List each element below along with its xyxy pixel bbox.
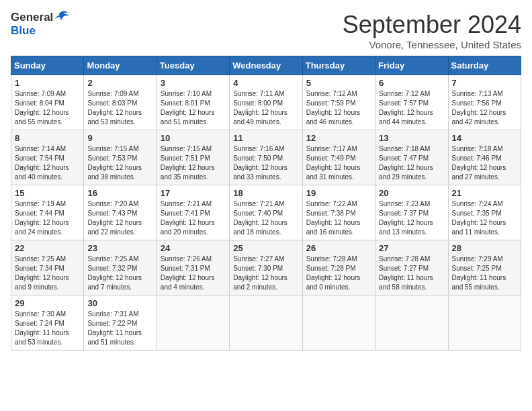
- calendar-week-row: 1Sunrise: 7:09 AMSunset: 8:04 PMDaylight…: [11, 75, 521, 130]
- day-info: Sunrise: 7:21 AMSunset: 7:41 PMDaylight:…: [161, 199, 226, 237]
- calendar-cell: 1Sunrise: 7:09 AMSunset: 8:04 PMDaylight…: [11, 75, 84, 130]
- day-info: Sunrise: 7:15 AMSunset: 7:51 PMDaylight:…: [161, 144, 226, 182]
- day-number: 21: [452, 188, 517, 198]
- logo-bird-icon: [54, 11, 69, 24]
- calendar-cell: 28Sunrise: 7:29 AMSunset: 7:25 PMDayligh…: [448, 240, 521, 295]
- day-info: Sunrise: 7:14 AMSunset: 7:54 PMDaylight:…: [15, 144, 80, 182]
- month-title: September 2024: [343, 11, 521, 39]
- calendar-week-row: 8Sunrise: 7:14 AMSunset: 7:54 PMDaylight…: [11, 130, 521, 185]
- calendar-cell: 21Sunrise: 7:24 AMSunset: 7:35 PMDayligh…: [448, 185, 521, 240]
- day-number: 19: [306, 188, 371, 198]
- day-number: 9: [87, 133, 152, 143]
- day-info: Sunrise: 7:25 AMSunset: 7:32 PMDaylight:…: [87, 255, 152, 292]
- calendar-cell: 7Sunrise: 7:13 AMSunset: 7:56 PMDaylight…: [448, 75, 521, 130]
- weekday-header-sunday: Sunday: [11, 56, 84, 75]
- day-info: Sunrise: 7:10 AMSunset: 8:01 PMDaylight:…: [161, 89, 226, 127]
- day-number: 20: [379, 188, 444, 198]
- day-info: Sunrise: 7:17 AMSunset: 7:49 PMDaylight:…: [306, 144, 371, 182]
- day-info: Sunrise: 7:09 AMSunset: 8:03 PMDaylight:…: [87, 89, 152, 127]
- day-number: 13: [379, 133, 444, 143]
- title-area: September 2024 Vonore, Tennessee, United…: [343, 11, 521, 50]
- logo-general-text: General: [11, 11, 53, 24]
- day-number: 8: [15, 133, 80, 143]
- day-number: 11: [233, 133, 298, 143]
- day-info: Sunrise: 7:28 AMSunset: 7:28 PMDaylight:…: [306, 255, 371, 292]
- day-info: Sunrise: 7:27 AMSunset: 7:30 PMDaylight:…: [233, 255, 298, 292]
- calendar-cell: 29Sunrise: 7:30 AMSunset: 7:24 PMDayligh…: [11, 295, 84, 351]
- calendar-cell: 9Sunrise: 7:15 AMSunset: 7:53 PMDaylight…: [84, 130, 157, 185]
- day-number: 12: [306, 133, 371, 143]
- calendar-cell: [448, 295, 521, 351]
- day-info: Sunrise: 7:31 AMSunset: 7:22 PMDaylight:…: [87, 310, 152, 347]
- header: General Blue September 2024 Vonore, Tenn…: [11, 11, 521, 50]
- day-number: 28: [452, 243, 517, 253]
- calendar-week-row: 29Sunrise: 7:30 AMSunset: 7:24 PMDayligh…: [11, 295, 521, 351]
- day-number: 27: [379, 243, 444, 253]
- calendar-cell: [230, 295, 302, 351]
- day-info: Sunrise: 7:23 AMSunset: 7:37 PMDaylight:…: [379, 199, 444, 237]
- calendar-cell: 26Sunrise: 7:28 AMSunset: 7:28 PMDayligh…: [302, 240, 375, 295]
- day-info: Sunrise: 7:18 AMSunset: 7:47 PMDaylight:…: [379, 144, 444, 182]
- day-number: 4: [233, 78, 298, 88]
- day-number: 29: [15, 298, 80, 308]
- day-info: Sunrise: 7:24 AMSunset: 7:35 PMDaylight:…: [452, 199, 517, 237]
- calendar-cell: 11Sunrise: 7:16 AMSunset: 7:50 PMDayligh…: [230, 130, 302, 185]
- day-number: 16: [87, 188, 152, 198]
- day-number: 25: [233, 243, 298, 253]
- day-number: 30: [87, 298, 152, 308]
- day-number: 15: [15, 188, 80, 198]
- calendar-table: SundayMondayTuesdayWednesdayThursdayFrid…: [11, 56, 521, 351]
- calendar-week-row: 22Sunrise: 7:25 AMSunset: 7:34 PMDayligh…: [11, 240, 521, 295]
- calendar-cell: 5Sunrise: 7:12 AMSunset: 7:59 PMDaylight…: [302, 75, 375, 130]
- calendar-cell: 13Sunrise: 7:18 AMSunset: 7:47 PMDayligh…: [375, 130, 448, 185]
- calendar-cell: [375, 295, 448, 351]
- calendar-cell: [157, 295, 229, 351]
- calendar-cell: 6Sunrise: 7:12 AMSunset: 7:57 PMDaylight…: [375, 75, 448, 130]
- day-info: Sunrise: 7:25 AMSunset: 7:34 PMDaylight:…: [15, 255, 80, 292]
- calendar-cell: 10Sunrise: 7:15 AMSunset: 7:51 PMDayligh…: [157, 130, 229, 185]
- day-info: Sunrise: 7:15 AMSunset: 7:53 PMDaylight:…: [87, 144, 152, 182]
- day-info: Sunrise: 7:26 AMSunset: 7:31 PMDaylight:…: [161, 255, 226, 292]
- day-number: 14: [452, 133, 517, 143]
- calendar-cell: 25Sunrise: 7:27 AMSunset: 7:30 PMDayligh…: [230, 240, 302, 295]
- logo-blue-text: Blue: [11, 24, 36, 37]
- day-number: 5: [306, 78, 371, 88]
- day-info: Sunrise: 7:18 AMSunset: 7:46 PMDaylight:…: [452, 144, 517, 182]
- day-info: Sunrise: 7:22 AMSunset: 7:38 PMDaylight:…: [306, 199, 371, 237]
- day-info: Sunrise: 7:19 AMSunset: 7:44 PMDaylight:…: [15, 199, 80, 237]
- day-number: 1: [15, 78, 80, 88]
- day-number: 22: [15, 243, 80, 253]
- day-info: Sunrise: 7:30 AMSunset: 7:24 PMDaylight:…: [15, 310, 80, 347]
- calendar-cell: 20Sunrise: 7:23 AMSunset: 7:37 PMDayligh…: [375, 185, 448, 240]
- day-info: Sunrise: 7:21 AMSunset: 7:40 PMDaylight:…: [233, 199, 298, 237]
- logo: General Blue: [11, 11, 69, 38]
- day-info: Sunrise: 7:29 AMSunset: 7:25 PMDaylight:…: [452, 255, 517, 292]
- day-info: Sunrise: 7:13 AMSunset: 7:56 PMDaylight:…: [452, 89, 517, 127]
- weekday-header-saturday: Saturday: [448, 56, 521, 75]
- calendar-cell: 2Sunrise: 7:09 AMSunset: 8:03 PMDaylight…: [84, 75, 157, 130]
- day-number: 7: [452, 78, 517, 88]
- day-info: Sunrise: 7:16 AMSunset: 7:50 PMDaylight:…: [233, 144, 298, 182]
- day-number: 6: [379, 78, 444, 88]
- calendar-cell: 8Sunrise: 7:14 AMSunset: 7:54 PMDaylight…: [11, 130, 84, 185]
- weekday-header-monday: Monday: [84, 56, 157, 75]
- day-number: 3: [161, 78, 226, 88]
- day-info: Sunrise: 7:20 AMSunset: 7:43 PMDaylight:…: [87, 199, 152, 237]
- day-info: Sunrise: 7:12 AMSunset: 7:59 PMDaylight:…: [306, 89, 371, 127]
- calendar-cell: 30Sunrise: 7:31 AMSunset: 7:22 PMDayligh…: [84, 295, 157, 351]
- calendar-cell: [302, 295, 375, 351]
- weekday-header-row: SundayMondayTuesdayWednesdayThursdayFrid…: [11, 56, 521, 75]
- day-info: Sunrise: 7:12 AMSunset: 7:57 PMDaylight:…: [379, 89, 444, 127]
- day-number: 17: [161, 188, 226, 198]
- weekday-header-tuesday: Tuesday: [157, 56, 229, 75]
- calendar-cell: 15Sunrise: 7:19 AMSunset: 7:44 PMDayligh…: [11, 185, 84, 240]
- day-number: 26: [306, 243, 371, 253]
- calendar-cell: 4Sunrise: 7:11 AMSunset: 8:00 PMDaylight…: [230, 75, 302, 130]
- location-text: Vonore, Tennessee, United States: [343, 39, 521, 50]
- calendar-cell: 14Sunrise: 7:18 AMSunset: 7:46 PMDayligh…: [448, 130, 521, 185]
- day-info: Sunrise: 7:28 AMSunset: 7:27 PMDaylight:…: [379, 255, 444, 292]
- calendar-cell: 27Sunrise: 7:28 AMSunset: 7:27 PMDayligh…: [375, 240, 448, 295]
- calendar-cell: 12Sunrise: 7:17 AMSunset: 7:49 PMDayligh…: [302, 130, 375, 185]
- weekday-header-wednesday: Wednesday: [230, 56, 302, 75]
- weekday-header-thursday: Thursday: [302, 56, 375, 75]
